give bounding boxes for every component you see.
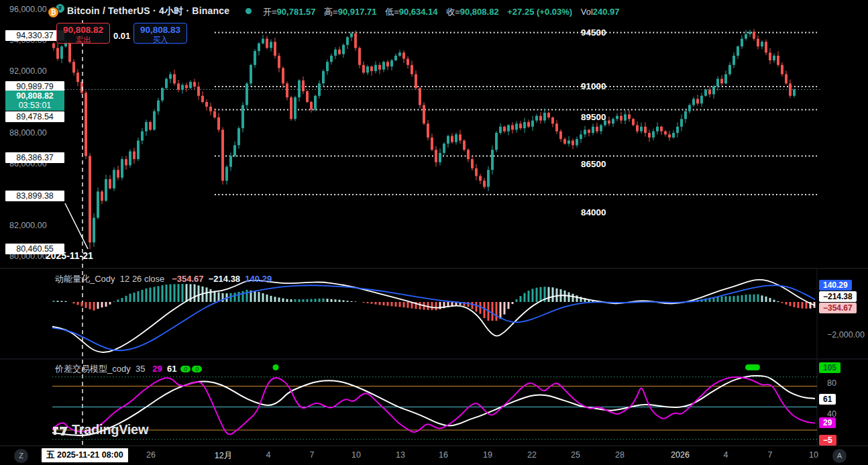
tradingview-chart-window: ₮ ₿ Bitcoin / TetherUS · 4小时 · Binance 开… xyxy=(0,0,868,465)
time-tick-label: 4 xyxy=(266,450,271,460)
indicator2-name: 价差交易模型_cody xyxy=(55,364,131,374)
time-tick-label: 22 xyxy=(527,450,537,460)
time-tick-label: 4 xyxy=(724,450,728,460)
market-status-icon xyxy=(246,8,252,14)
time-tick-label: 10 xyxy=(351,450,361,460)
spread-value: 0.01 xyxy=(113,31,130,41)
indicator2-legend[interactable]: 价差交易模型_cody 35 29 61 00 xyxy=(55,363,202,375)
price-alert-label: 83,899.38 xyxy=(5,191,64,201)
indicator1-name: 动能量化_Cody xyxy=(55,274,115,284)
tradingview-watermark: TradingView xyxy=(52,422,148,437)
price-alert-label: 94,330.37 xyxy=(5,30,64,41)
indicator1-slow-badge: 140.29 xyxy=(819,280,852,291)
level-price-label: 91000 xyxy=(581,81,606,91)
time-tick-label: 12月 xyxy=(215,450,232,462)
chart-header: ₮ ₿ Bitcoin / TetherUS · 4小时 · Binance 开… xyxy=(0,0,868,20)
symbol-title[interactable]: Bitcoin / TetherUS · 4小时 · Binance xyxy=(67,5,229,17)
time-tick-label: 7 xyxy=(310,450,315,460)
open-label: 开= xyxy=(263,7,277,17)
close-label: 收= xyxy=(446,7,460,17)
indicator1-params: 12 26 close xyxy=(120,274,165,284)
time-tick-label: 28 xyxy=(615,450,625,460)
indicator2-grid-80: 80 xyxy=(827,378,836,388)
indicator1-slow-value: 140.29 xyxy=(245,274,272,284)
indicator2-params: 35 xyxy=(135,364,145,374)
sell-price: 90,808.82 xyxy=(57,25,109,36)
low-label: 低= xyxy=(385,7,399,17)
indicator1-hist-value: −354.67 xyxy=(172,274,203,284)
change-value: +27.25 (+0.03%) xyxy=(507,7,572,17)
timezone-button[interactable]: Z xyxy=(14,449,28,463)
indicator2-slow-value: 61 xyxy=(167,364,176,374)
current-price-label: 90,808.8203:53:01 xyxy=(5,91,64,111)
close-value: 90,808.82 xyxy=(460,7,499,17)
time-tick-label: 13 xyxy=(396,450,405,460)
high-value: 90,917.71 xyxy=(338,7,377,17)
watermark-text: TradingView xyxy=(72,422,148,437)
indicator2-fast-value: 29 xyxy=(152,364,162,374)
ohlc-readout: 开=90,781.57 高=90,917.71 低=90,634.14 收=90… xyxy=(263,6,620,18)
tradingview-logo-icon xyxy=(52,423,69,437)
crosshair-time-label: 五 2025-11-21 08:00 xyxy=(42,448,128,462)
indicator1-fast-badge: −214.38 xyxy=(819,291,857,302)
level-price-label: 94500 xyxy=(581,28,606,38)
current-price-value: 90,808.82 xyxy=(5,91,64,101)
indicator2-bottom-badge: −5 xyxy=(819,435,836,446)
price-alert-label: 86,386.37 xyxy=(5,152,64,163)
volume-value: 240.97 xyxy=(593,7,620,17)
level-price-label: 89500 xyxy=(581,112,606,122)
event-date-label: 2025-11-21 xyxy=(46,250,93,261)
sell-label: 卖出 xyxy=(57,36,109,44)
price-grid-label: 92,000.00 xyxy=(9,66,47,76)
time-tick-label: 26 xyxy=(146,450,156,460)
open-value: 90,781.57 xyxy=(277,7,316,17)
adjust-button[interactable]: A xyxy=(832,449,847,463)
bar-countdown: 03:53:01 xyxy=(5,101,64,110)
sell-button[interactable]: 90,808.82 卖出 xyxy=(56,23,110,44)
time-tick-label: 2026 xyxy=(671,450,690,460)
indicator1-legend[interactable]: 动能量化_Cody 12 26 close −354.67 −214.38 14… xyxy=(55,273,272,285)
price-alert-label: 89,478.54 xyxy=(5,111,64,122)
chart-canvas[interactable] xyxy=(0,0,868,465)
price-grid-label: 88,000.00 xyxy=(9,128,47,138)
bitcoin-coin-icon: ₿ xyxy=(48,7,58,17)
level-price-label: 86500 xyxy=(581,159,606,169)
buy-price: 90,808.83 xyxy=(134,25,186,36)
time-tick-label: 10 xyxy=(809,450,818,460)
indicator2-fast-badge: 29 xyxy=(819,417,836,428)
time-tick-label: 7 xyxy=(768,450,773,460)
indicator2-top-badge: 105 xyxy=(819,362,840,373)
time-tick-label: 16 xyxy=(439,450,448,460)
indicator1-grid-label: −2,000.00 xyxy=(827,330,865,340)
low-value: 90,634.14 xyxy=(399,7,438,17)
time-axis[interactable]: Z 五 2025-11-21 08:00 A 2612月471013161922… xyxy=(0,446,868,465)
time-tick-label: 19 xyxy=(483,450,492,460)
signal-dot-icon: 0 xyxy=(192,366,202,372)
indicator1-fast-value: −214.38 xyxy=(209,274,240,284)
price-grid-label: 82,000.00 xyxy=(9,221,47,230)
symbol-pair-icon: ₮ ₿ xyxy=(48,4,64,17)
buy-label: 买入 xyxy=(134,36,186,44)
level-price-label: 84000 xyxy=(581,207,606,217)
indicator1-hist-badge: −354.67 xyxy=(819,303,857,313)
volume-label: Vol xyxy=(581,7,593,17)
buy-button[interactable]: 90,808.83 买入 xyxy=(133,23,187,44)
time-tick-label: 25 xyxy=(571,450,580,460)
signal-dot-icon: 0 xyxy=(180,366,191,372)
indicator2-slow-badge: 61 xyxy=(819,394,836,405)
high-label: 高= xyxy=(324,7,338,17)
